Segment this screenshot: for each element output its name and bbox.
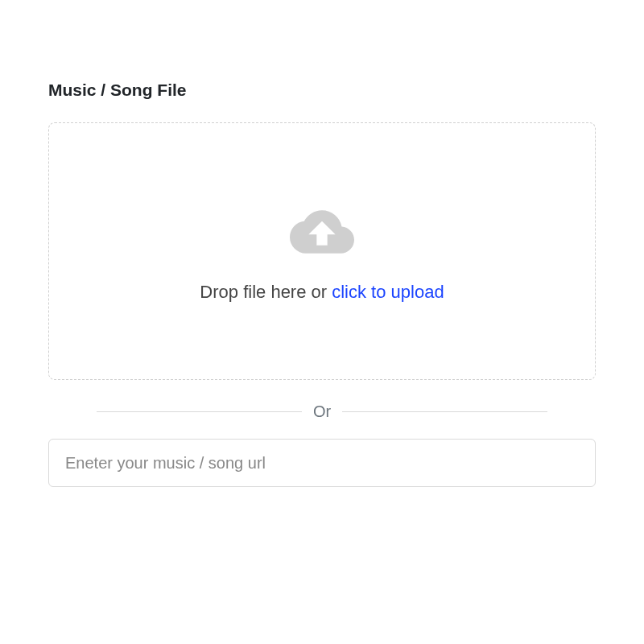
- divider-line-right: [342, 411, 547, 412]
- dropzone-prompt-prefix: Drop file here or: [200, 282, 332, 302]
- dropzone-text: Drop file here or click to upload: [200, 282, 444, 303]
- section-label: Music / Song File: [48, 80, 596, 100]
- divider-line-left: [97, 411, 302, 412]
- divider: Or: [97, 402, 547, 421]
- music-url-input[interactable]: [48, 439, 596, 487]
- cloud-upload-icon: [278, 200, 366, 264]
- divider-label: Or: [302, 402, 342, 421]
- file-dropzone[interactable]: Drop file here or click to upload: [48, 122, 596, 380]
- click-to-upload-link[interactable]: click to upload: [332, 282, 444, 302]
